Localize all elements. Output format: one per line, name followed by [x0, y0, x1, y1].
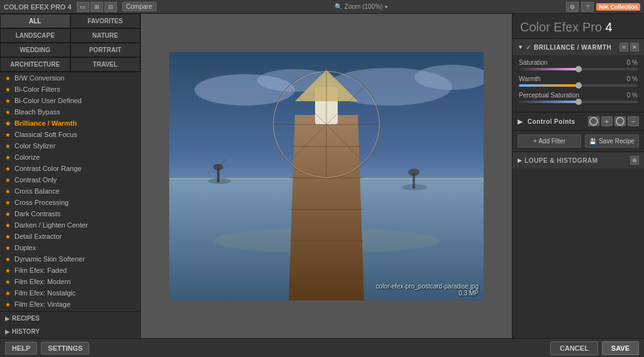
warmth-label: Warmth — [519, 75, 541, 82]
compare-button[interactable]: Compare — [122, 2, 157, 11]
saturation-label: Saturation — [519, 59, 548, 66]
filter-colorize[interactable]: ★Colorize — [0, 151, 140, 163]
filter-film-vintage[interactable]: ★Film Efex: Vintage — [0, 299, 140, 310]
tab-all[interactable]: ALL — [0, 14, 70, 28]
perceptual-fill — [519, 101, 579, 103]
recipes-section[interactable]: ▶ RECIPES — [0, 312, 140, 325]
save-recipe-button[interactable]: 💾 Save Recipe — [585, 135, 639, 148]
tab-nature[interactable]: NATURE — [70, 28, 141, 43]
panel-title-text: Color Efex Pro — [520, 20, 606, 34]
filter-dynamic-skin[interactable]: ★Dynamic Skin Softener — [0, 253, 140, 265]
zoom-control: 🔍 Zoom (100%) ▾ — [335, 3, 389, 10]
perceptual-value: 0 % — [627, 92, 638, 99]
filter-duplex[interactable]: ★Duplex — [0, 242, 140, 253]
collapse-icon: ▼ — [518, 44, 523, 50]
split-view-icon[interactable]: ⊞ — [91, 2, 103, 12]
cp-circle-btn[interactable] — [588, 116, 599, 126]
loupe-header-left: ▶ LOUPE & HISTOGRAM — [518, 157, 598, 164]
svg-rect-9 — [217, 168, 219, 182]
section-header-left: ▼ ✓ BRILLIANCE / WARMTH — [518, 44, 611, 51]
star-icon: ★ — [5, 165, 11, 172]
warmth-label-row: Warmth 0 % — [519, 75, 638, 82]
zoom-chevron[interactable]: ▾ — [385, 4, 388, 10]
saturation-thumb[interactable] — [575, 66, 582, 72]
help-button[interactable]: HELP — [5, 342, 37, 354]
filter-contrast-only[interactable]: ★Contrast Only — [0, 174, 140, 185]
loupe-options-btn[interactable]: ⊕ — [630, 156, 639, 165]
history-icon: ▶ — [5, 329, 9, 335]
cp-add-btn[interactable]: + — [601, 116, 613, 126]
star-icon: ★ — [5, 75, 11, 82]
settings-button[interactable]: SETTINGS — [41, 342, 89, 354]
filter-bw-conversion[interactable]: ★B/W Conversion — [0, 72, 140, 84]
filter-film-nostalgic[interactable]: ★Film Efex: Nostalgic — [0, 287, 140, 299]
filter-color-stylizer[interactable]: ★Color Stylizer — [0, 140, 140, 151]
sidebar: ALL FAVORITES LANDSCAPE NATURE WEDDING P… — [0, 14, 141, 338]
filter-dark-contrasts[interactable]: ★Dark Contrasts — [0, 208, 140, 219]
warmth-fill — [519, 84, 579, 87]
single-view-icon[interactable]: ▭ — [77, 2, 89, 12]
tab-favorites[interactable]: FAVORITES — [70, 14, 141, 28]
tab-travel[interactable]: TRAVEL — [70, 57, 141, 72]
warmth-track[interactable] — [519, 84, 638, 87]
filter-classical-soft-focus[interactable]: ★Classical Soft Focus — [0, 129, 140, 140]
tab-landscape[interactable]: LANDSCAPE — [0, 28, 70, 43]
loupe-arrow: ▶ — [518, 157, 522, 163]
cp-arrow: ▶ — [518, 118, 523, 125]
saturation-track[interactable] — [519, 68, 638, 70]
add-filter-button[interactable]: + Add Filter — [518, 135, 581, 148]
filter-film-grain[interactable]: ★Film Grain — [0, 310, 140, 311]
action-row: + Add Filter 💾 Save Recipe — [513, 130, 644, 151]
cp-buttons: + − — [588, 116, 639, 126]
recipes-label: RECIPES — [12, 315, 40, 322]
star-icon: ★ — [5, 120, 11, 127]
settings-icon[interactable]: ⚙ — [566, 2, 579, 12]
perceptual-thumb[interactable] — [575, 99, 582, 105]
section-header[interactable]: ▼ ✓ BRILLIANCE / WARMTH ≡ ✕ — [513, 39, 644, 55]
cp-circle2-btn[interactable] — [614, 116, 626, 126]
tab-portrait[interactable]: PORTRAIT — [70, 43, 141, 57]
tab-wedding[interactable]: WEDDING — [0, 43, 70, 57]
star-icon: ★ — [5, 199, 11, 206]
filter-bleach-bypass[interactable]: ★Bleach Bypass — [0, 106, 140, 118]
star-icon: ★ — [5, 233, 11, 240]
section-header-right: ≡ ✕ — [619, 43, 639, 52]
nik-badge: NiK Collection — [596, 3, 640, 11]
panel-title-number: 4 — [606, 20, 613, 34]
star-icon: ★ — [5, 109, 11, 116]
loupe-header[interactable]: ▶ LOUPE & HISTOGRAM ⊕ — [513, 152, 644, 168]
main-image: color-efex-pro_postcard-paradise.jpg 0.3… — [169, 52, 484, 300]
cancel-button[interactable]: CANCEL — [550, 341, 598, 355]
check-icon: ✓ — [526, 44, 531, 51]
filter-contrast-color-range[interactable]: ★Contrast Color Range — [0, 163, 140, 174]
filter-darken-lighten[interactable]: ★Darken / Lighten Center — [0, 219, 140, 231]
filter-detail-extractor[interactable]: ★Detail Extractor — [0, 231, 140, 242]
canvas-area: color-efex-pro_postcard-paradise.jpg 0.3… — [141, 14, 512, 338]
save-recipe-icon: 💾 — [589, 138, 596, 145]
control-points-row: ▶ Control Points + − — [513, 113, 644, 130]
save-button[interactable]: SAVE — [602, 341, 639, 355]
zoom-icon: 🔍 — [335, 3, 342, 10]
filter-film-faded[interactable]: ★Film Efex: Faded — [0, 265, 140, 276]
cp-minus-btn[interactable]: − — [628, 116, 639, 126]
warmth-value: 0 % — [627, 75, 638, 82]
grid-view-icon[interactable]: ⊟ — [104, 2, 117, 12]
tab-architecture[interactable]: ARCHITECTURE — [0, 57, 70, 72]
star-icon: ★ — [5, 188, 11, 195]
perceptual-label-row: Perceptual Saturation 0 % — [519, 92, 638, 99]
close-icon-btn[interactable]: ✕ — [630, 43, 639, 52]
zoom-label: Zoom (100%) — [345, 3, 383, 10]
filter-cross-balance[interactable]: ★Cross Balance — [0, 185, 140, 197]
filter-cross-processing[interactable]: ★Cross Processing — [0, 197, 140, 208]
filter-brilliance-warmth[interactable]: ★Brilliance / Warmth — [0, 118, 140, 129]
filter-film-modern[interactable]: ★Film Efex: Modern — [0, 276, 140, 287]
star-icon: ★ — [5, 86, 11, 93]
help-icon[interactable]: ? — [581, 2, 594, 12]
warmth-thumb[interactable] — [575, 82, 582, 89]
filter-bicolor-user[interactable]: ★Bi-Color User Defined — [0, 95, 140, 106]
filter-bicolor-filters[interactable]: ★Bi-Color Filters — [0, 84, 140, 95]
menu-icon-btn[interactable]: ≡ — [619, 43, 628, 52]
star-icon: ★ — [5, 131, 11, 138]
history-section[interactable]: ▶ HISTORY — [0, 325, 140, 338]
perceptual-track[interactable] — [519, 101, 638, 103]
